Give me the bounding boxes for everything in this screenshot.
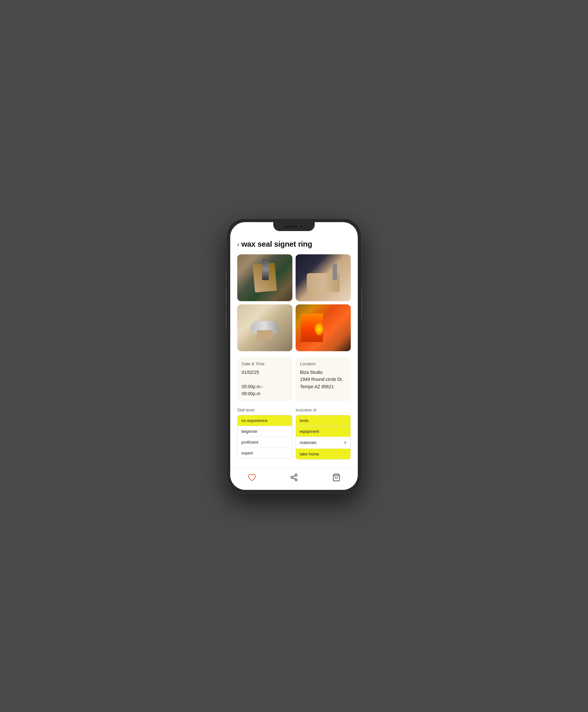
svg-point-0 bbox=[295, 474, 297, 476]
date-time-label: Date & Time bbox=[242, 362, 288, 366]
page-header: ‹ wax seal signet ring bbox=[237, 240, 351, 249]
silent-switch bbox=[226, 310, 227, 329]
date-time-value: 01/02/25 05:00p.m.-09:00p.m bbox=[242, 369, 288, 397]
inclusive-materials-text: materials bbox=[300, 440, 317, 445]
image-grid bbox=[237, 254, 351, 351]
location-name: Biza Studio bbox=[300, 370, 323, 375]
skill-item-no-experience[interactable]: no experience bbox=[237, 415, 292, 426]
speaker bbox=[285, 226, 297, 228]
app-content[interactable]: ‹ wax seal signet ring Date & Time 01/02 bbox=[230, 222, 358, 490]
inclusive-tools-text: tools bbox=[300, 418, 308, 423]
location-address: 1949 Round circle Dr, Tempe AZ 85621 bbox=[300, 377, 343, 389]
svg-point-2 bbox=[295, 479, 297, 481]
share-button[interactable] bbox=[288, 471, 300, 484]
date-time-card: Date & Time 01/02/25 05:00p.m.-09:00p.m bbox=[237, 358, 292, 401]
inclusive-item-tools[interactable]: tools bbox=[296, 415, 351, 426]
location-card: Location Biza Studio 1949 Round circle D… bbox=[296, 358, 351, 401]
inclusive-take-home-text: take home bbox=[300, 452, 319, 456]
product-image-2[interactable] bbox=[296, 254, 351, 301]
camera bbox=[299, 225, 303, 229]
product-image-3[interactable] bbox=[237, 304, 292, 351]
favorite-button[interactable] bbox=[245, 471, 258, 484]
power-button bbox=[361, 289, 362, 318]
phone-frame: ‹ wax seal signet ring Date & Time 01/02 bbox=[227, 219, 361, 493]
location-label: Location bbox=[300, 362, 346, 366]
product-image-4[interactable] bbox=[296, 304, 351, 351]
skill-item-beginner[interactable]: beginner bbox=[237, 426, 292, 437]
inclusive-item-take-home[interactable]: take home bbox=[296, 449, 351, 459]
volume-down-button bbox=[226, 286, 227, 305]
time-value: 05:00p.m.-09:00p.m bbox=[242, 384, 263, 396]
inclusive-equipment-text: equipment bbox=[300, 429, 319, 434]
inclusive-list: tools equipment materials + take home bbox=[296, 415, 351, 459]
back-button[interactable]: ‹ bbox=[237, 241, 239, 248]
skill-item-expert[interactable]: expert bbox=[237, 448, 292, 458]
location-value: Biza Studio 1949 Round circle Dr, Tempe … bbox=[300, 369, 346, 390]
info-row: Date & Time 01/02/25 05:00p.m.-09:00p.m … bbox=[237, 358, 351, 401]
svg-line-3 bbox=[293, 478, 295, 479]
skill-list: no experience beginner proficient expert bbox=[237, 415, 292, 459]
skill-item-proficient[interactable]: proficient bbox=[237, 437, 292, 448]
page-title: wax seal signet ring bbox=[241, 240, 312, 249]
notch bbox=[273, 222, 315, 231]
skill-level-label: Skill level bbox=[237, 408, 292, 412]
product-image-1[interactable] bbox=[237, 254, 292, 301]
volume-up-button bbox=[226, 270, 227, 281]
svg-line-4 bbox=[293, 476, 295, 477]
inclusive-of-label: Inclusive of bbox=[296, 408, 351, 412]
skill-level-section: Skill level no experience beginner profi… bbox=[237, 408, 292, 459]
phone-screen: ‹ wax seal signet ring Date & Time 01/02 bbox=[230, 222, 358, 490]
inclusive-item-equipment[interactable]: equipment bbox=[296, 426, 351, 437]
bottom-nav bbox=[230, 468, 358, 490]
cart-button[interactable] bbox=[330, 471, 343, 484]
inclusive-item-materials[interactable]: materials + bbox=[296, 437, 351, 449]
inclusive-of-section: Inclusive of tools equipment materials + bbox=[296, 408, 351, 459]
skill-inclusive-section: Skill level no experience beginner profi… bbox=[237, 408, 351, 459]
date-value: 01/02/25 bbox=[242, 370, 259, 375]
svg-point-1 bbox=[291, 476, 293, 478]
plus-icon[interactable]: + bbox=[344, 440, 346, 446]
